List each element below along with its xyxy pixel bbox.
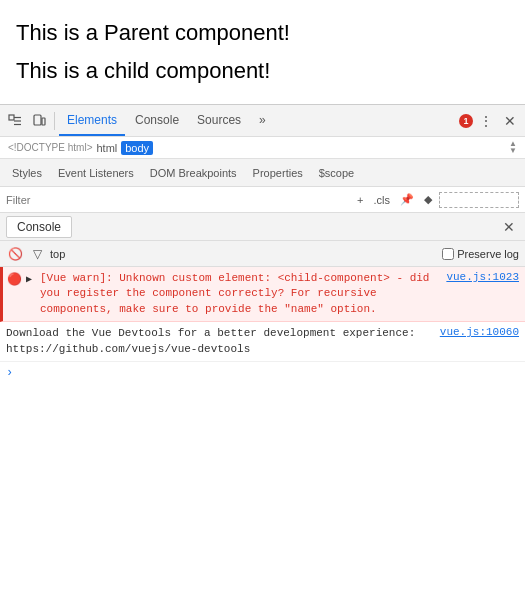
console-level-select[interactable]: top xyxy=(50,248,65,260)
svg-rect-0 xyxy=(9,115,14,120)
filter-input[interactable] xyxy=(6,194,350,206)
close-console-icon[interactable]: ✕ xyxy=(499,217,519,237)
info-source-link[interactable]: vue.js:10060 xyxy=(440,326,519,338)
console-header: Console ✕ xyxy=(0,213,525,241)
close-devtools-icon[interactable]: ✕ xyxy=(499,110,521,132)
error-count: 1 xyxy=(459,114,473,128)
inspect-icon[interactable] xyxy=(4,110,26,132)
subtab-event-listeners[interactable]: Event Listeners xyxy=(50,164,142,182)
error-source-link[interactable]: vue.js:1023 xyxy=(446,271,519,283)
expand-error-icon[interactable]: ▶ xyxy=(26,273,36,285)
pin-icon[interactable]: 📌 xyxy=(397,191,417,208)
preserve-log-text: Preserve log xyxy=(457,248,519,260)
hue-icon[interactable]: ◆ xyxy=(421,191,435,208)
cls-btn[interactable]: .cls xyxy=(371,192,394,208)
console-input[interactable] xyxy=(17,367,519,379)
console-info-row: Download the Vue Devtools for a better d… xyxy=(0,322,525,362)
device-icon[interactable] xyxy=(28,110,50,132)
breadcrumb-body[interactable]: body xyxy=(121,141,153,155)
breadcrumb-scroll[interactable]: ▲ ▼ xyxy=(509,141,517,154)
tab-sources[interactable]: Sources xyxy=(189,105,249,136)
preserve-log-checkbox[interactable] xyxy=(442,248,454,260)
console-info-message: Download the Vue Devtools for a better d… xyxy=(6,326,436,357)
filter-dashed-border xyxy=(439,192,519,208)
console-prompt-row: › xyxy=(0,362,525,384)
console-error-row: 🔴 ▶ [Vue warn]: Unknown custom element: … xyxy=(0,267,525,322)
error-badge[interactable]: 1 xyxy=(459,114,473,128)
tab-elements[interactable]: Elements xyxy=(59,105,125,136)
subtab-scope[interactable]: $scope xyxy=(311,164,362,182)
console-tab-label[interactable]: Console xyxy=(6,216,72,238)
devtools-panel: Elements Console Sources » 1 ⋮ ✕ <!DOCTY… xyxy=(0,104,525,524)
console-section: Console ✕ 🚫 ▽ top Preserve log 🔴 ▶ [Vue … xyxy=(0,213,525,524)
prompt-arrow-icon: › xyxy=(6,366,13,380)
subtab-dom-breakpoints[interactable]: DOM Breakpoints xyxy=(142,164,245,182)
add-style-rule-btn[interactable]: + xyxy=(354,192,366,208)
console-error-message: [Vue warn]: Unknown custom element: <chi… xyxy=(40,271,438,317)
breadcrumb-doctype: <!DOCTYPE html> xyxy=(8,142,92,153)
devtools-toolbar: Elements Console Sources » 1 ⋮ ✕ xyxy=(0,105,525,137)
breadcrumb-html[interactable]: html xyxy=(96,142,117,154)
breadcrumb-bar: <!DOCTYPE html> html body ▲ ▼ xyxy=(0,137,525,159)
console-toolbar: 🚫 ▽ top Preserve log xyxy=(0,241,525,267)
subtab-properties[interactable]: Properties xyxy=(245,164,311,182)
preserve-log-label: Preserve log xyxy=(442,248,519,260)
tab-more[interactable]: » xyxy=(251,105,274,136)
parent-component-text: This is a Parent component! xyxy=(16,20,509,46)
svg-rect-4 xyxy=(34,115,41,125)
main-content: This is a Parent component! This is a ch… xyxy=(0,0,525,104)
child-component-text: This is a child component! xyxy=(16,58,509,84)
more-options-icon[interactable]: ⋮ xyxy=(475,110,497,132)
filter-bar: + .cls 📌 ◆ xyxy=(0,187,525,213)
toolbar-separator xyxy=(54,112,55,130)
subtabs-bar: Styles Event Listeners DOM Breakpoints P… xyxy=(0,159,525,187)
clear-console-icon[interactable]: 🚫 xyxy=(6,245,24,263)
subtab-styles[interactable]: Styles xyxy=(4,164,50,182)
filter-console-icon[interactable]: ▽ xyxy=(28,245,46,263)
tab-console[interactable]: Console xyxy=(127,105,187,136)
console-messages: 🔴 ▶ [Vue warn]: Unknown custom element: … xyxy=(0,267,525,524)
error-icon: 🔴 xyxy=(7,272,22,287)
svg-rect-5 xyxy=(42,118,45,125)
